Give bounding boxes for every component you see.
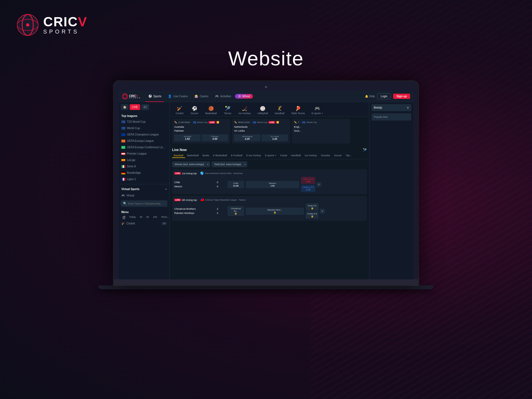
svg-point-3	[26, 23, 29, 27]
basketball-tab-icon: 🏀	[208, 106, 214, 111]
sidebar-live-button[interactable]: LIVE	[130, 104, 140, 110]
cricket-icon: 🏏	[121, 222, 125, 225]
live-badge-1: LIVE	[209, 121, 215, 124]
sidebar-item-ucl[interactable]: UEFA Champions League	[119, 131, 170, 138]
nav-item-activities[interactable]: 🎮 Activities	[212, 91, 234, 102]
bet-chinatrust[interactable]: Chinatrust Br... 🔒	[227, 206, 244, 216]
live-tab-basketball[interactable]: Basketball	[186, 154, 201, 158]
pencil-icon: ✏️	[294, 121, 297, 124]
nav-item-casino[interactable]: 🎰 Casino	[192, 91, 211, 102]
sport-tab-volleyball[interactable]: 🏐 Volleyball	[255, 104, 271, 116]
live-tab-snooker[interactable]: Snooker	[319, 154, 332, 158]
nav-item-live-casino[interactable]: 👤 Live Casino	[165, 91, 190, 102]
sidebar-item-worldcup[interactable]: World Cup	[119, 125, 170, 131]
logo-sports: SPORTS	[43, 29, 87, 35]
odd-netherlands[interactable]: Netherlands 4.20	[234, 134, 260, 141]
sidebar-home-button[interactable]: 🏠	[121, 104, 129, 110]
sport-tab-ice-hockey[interactable]: 🏒 Ice Hockey	[236, 104, 254, 116]
expand-button-2[interactable]: ∨	[320, 209, 325, 214]
sport-tab-soccer[interactable]: ⚽ Soccer	[188, 104, 201, 116]
odd-pakistan[interactable]: Pakistan 2.50	[202, 134, 228, 141]
menu-tab-today[interactable]: Today	[127, 215, 137, 219]
world-cup-flag	[302, 121, 305, 124]
sports-icon: ⚽	[148, 94, 152, 98]
ice-hockey-tab-icon: 🏒	[242, 106, 247, 111]
nav-right: 🔔 Help Login Sign up	[365, 93, 410, 99]
bet-over-1[interactable]: Over 14.51.95	[301, 177, 315, 184]
sport-tab-handball[interactable]: 🤾 Handball	[272, 104, 287, 116]
sidebar-item-premier-league[interactable]: Premier League	[119, 150, 170, 157]
expand-button-1[interactable]: ∨	[316, 182, 321, 187]
sidebar-item-virtual[interactable]: 🎮 Virtual	[119, 192, 170, 199]
sidebar-item-bundesliga[interactable]: Bundesliga	[119, 170, 170, 176]
live-tab-esports[interactable]: E-sports +	[263, 154, 278, 158]
sidebar-sport-cricket[interactable]: 🏏 Cricket 19	[119, 220, 170, 227]
live-tab-soccer[interactable]: Soccer	[332, 154, 344, 158]
live-tab-efootball[interactable]: E-Football	[229, 154, 244, 158]
menu-tab-tomo[interactable]: Tomo...	[159, 215, 170, 219]
bet-rakuten[interactable]: Rakuten Mon... 🔒	[246, 208, 304, 215]
match-card-1: ✏️ 11:30 20/10 · World Cup LIVE 📶	[172, 119, 230, 144]
live-tab-baseball[interactable]: Baseball	[172, 154, 185, 158]
match-row-2-body: Chinatrust BrothersRakuten Monkeys 22	[174, 203, 365, 219]
sidebar-item-t20worldcup[interactable]: T20 World Cup	[119, 119, 170, 125]
top-leagues-title: Top leagues	[119, 112, 170, 119]
menu-tab-24h[interactable]: 24h	[151, 215, 159, 219]
sidebar: 🏠 LIVE AZ Top leagues T20 World Cup	[119, 102, 170, 279]
live-tab-handball[interactable]: Handball	[289, 154, 303, 158]
lock-icon: 🔒	[311, 215, 314, 218]
live-tab-ebasketball[interactable]: E-Basketball	[211, 154, 229, 158]
search-input[interactable]	[128, 202, 165, 205]
sidebar-item-uel[interactable]: UEFA Europa League	[119, 138, 170, 144]
match-card-2: ✏️ 08:00 21/10 · World Cup LIVE 📶	[232, 119, 290, 144]
lock-icon: 🔒	[234, 212, 237, 215]
laptop-bottom	[114, 279, 418, 285]
bet-under-2[interactable]: Under 6.5🔒	[306, 211, 319, 219]
live-tab-bowls[interactable]: Bowls	[201, 154, 211, 158]
bet-mexico[interactable]: Mexico1.01	[246, 181, 299, 188]
live-tab-eicehockey[interactable]: E-Ice Hockey	[245, 154, 263, 158]
live-tab-futsal[interactable]: Futsal	[278, 154, 289, 158]
filter-total-select[interactable]: Total (incl. extra innings)	[212, 162, 247, 167]
odd-srilanka[interactable]: Sri Lanka 1.22	[262, 134, 288, 141]
nav-item-sports[interactable]: ⚽ Sports	[145, 91, 164, 102]
nav-item-wheel[interactable]: 🎡 Wheel	[235, 94, 253, 99]
bet-chile[interactable]: Chile11.00	[227, 181, 244, 188]
sidebar-item-laliga[interactable]: LaLiga	[119, 157, 170, 163]
flag-icon	[121, 152, 125, 155]
sidebar-virtual-sports[interactable]: Virtual Sports −	[119, 186, 170, 192]
cricket-tab-icon: 🏏	[177, 106, 182, 111]
sidebar-az-button[interactable]: AZ	[141, 104, 149, 110]
live-ball-icon: 🎾	[363, 148, 367, 152]
sport-tab-cricket[interactable]: 🏏 Cricket	[173, 104, 186, 116]
signal-icon: 📶	[216, 121, 219, 124]
live-tab-icehockey[interactable]: Ice Hockey	[303, 154, 319, 158]
sidebar-item-ligue1[interactable]: Ligue 1	[119, 176, 170, 182]
activities-icon: 🎮	[215, 94, 219, 98]
sport-tab-tennis[interactable]: 🎾 Tennis	[221, 104, 235, 116]
sidebar-item-serie-a[interactable]: Serie A	[119, 163, 170, 170]
menu-tab-6h[interactable]: 6h	[145, 215, 151, 219]
live-badge-2: LIVE	[174, 199, 181, 201]
nav-help[interactable]: 🔔 Help	[365, 95, 375, 98]
sports-tabs: 🏏 Cricket ⚽ Soccer 🏀 B	[170, 102, 369, 117]
separator: ·	[300, 121, 301, 124]
sport-tab-esports[interactable]: 🎮 E-sports +	[309, 104, 326, 116]
menu-tab-all[interactable]: All	[121, 215, 127, 219]
bet-over-2[interactable]: Over 6.5🔒	[306, 203, 319, 211]
signup-button[interactable]: Sign up	[393, 94, 410, 99]
live-now-title: Live Now	[172, 148, 187, 152]
odd-australia[interactable]: Australia 1.52	[174, 134, 201, 141]
bet-under-1[interactable]: Under 14.51.75	[301, 185, 315, 192]
live-tab-more[interactable]: Tab...	[344, 154, 354, 158]
login-button[interactable]: Login	[377, 93, 391, 99]
filter-row: Winner (incl. extra innings) Total (incl…	[172, 162, 367, 167]
filter-winner-select[interactable]: Winner (incl. extra innings)	[172, 162, 210, 167]
match-row-teams-2: Chinatrust BrothersRakuten Monkeys	[174, 207, 208, 215]
sport-tab-table-tennis[interactable]: 🏓 Table Tennis	[288, 104, 308, 116]
sport-tab-basketball[interactable]: 🏀 Basketball	[203, 104, 220, 116]
betslip-header[interactable]: Betslip ∨	[372, 104, 411, 111]
match-teams-2: NetherlandsSri Lanka	[234, 125, 288, 133]
menu-tab-3h[interactable]: 3h	[138, 215, 144, 219]
sidebar-item-uecl[interactable]: UEFA Europa Conference Le...	[119, 144, 170, 150]
